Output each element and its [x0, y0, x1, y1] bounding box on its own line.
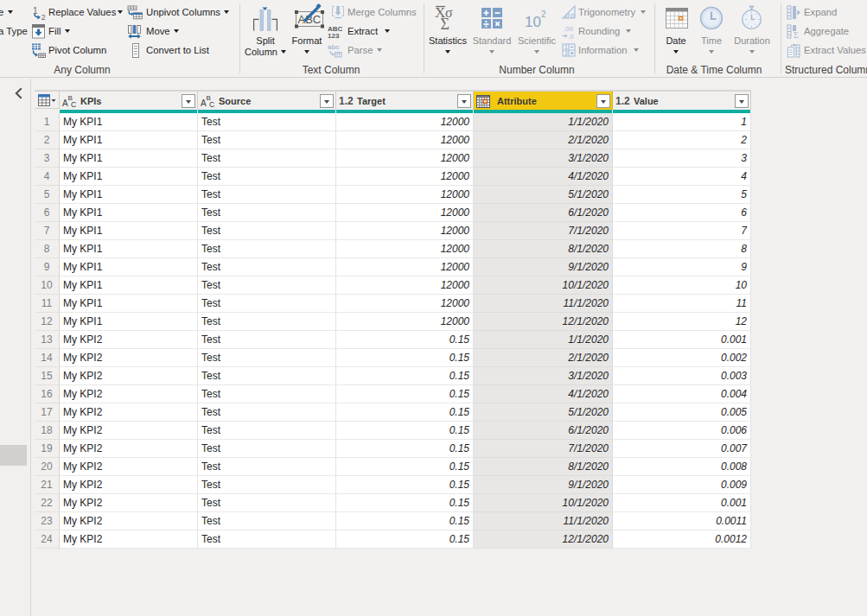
svg-text:Σ: Σ	[441, 16, 449, 30]
svg-text:1: 1	[564, 44, 568, 50]
svg-text:Σ: Σ	[794, 30, 799, 39]
svg-text:10: 10	[525, 14, 541, 30]
svg-text:abc: abc	[328, 43, 340, 51]
svg-text:123: 123	[328, 32, 340, 39]
svg-text:3: 3	[564, 50, 568, 56]
svg-text:.0: .0	[568, 33, 574, 40]
svg-text:1: 1	[33, 6, 38, 16]
svg-text:2: 2	[41, 12, 46, 20]
svg-text:2: 2	[541, 10, 546, 19]
